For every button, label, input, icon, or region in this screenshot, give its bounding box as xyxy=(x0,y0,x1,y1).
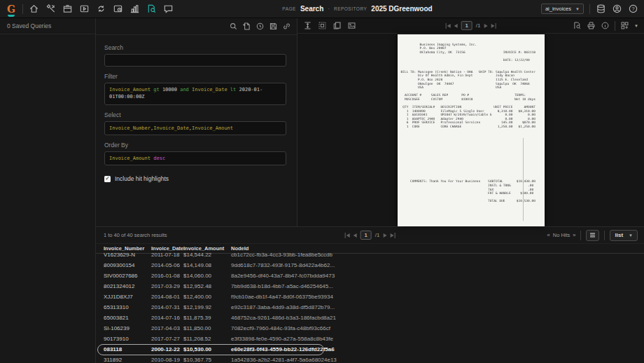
tools-icon[interactable] xyxy=(46,4,56,14)
previous-hit-icon[interactable]: « xyxy=(547,232,550,238)
table-cell: 65313310 xyxy=(104,304,151,310)
page-number-input[interactable]: 1 xyxy=(360,231,372,240)
table-row[interactable]: XJJ1D8XJ72014-08-01$12,400.00f9cb10ae-db… xyxy=(96,292,644,302)
table-row[interactable]: 80213240122017-03-29$12,952.487bb9d638-b… xyxy=(96,281,644,292)
account-icon[interactable] xyxy=(612,4,622,14)
print-icon[interactable] xyxy=(587,21,596,30)
table-row[interactable]: 650038212014-07-16$11,875.39468752ca-926… xyxy=(96,313,644,323)
divider xyxy=(615,21,615,31)
table-row[interactable]: 653133102014-07-31$12,199.92e92c3187-3ab… xyxy=(96,302,644,313)
chat-icon[interactable] xyxy=(163,4,174,14)
new-query-icon[interactable] xyxy=(242,22,251,31)
table-row-selected[interactable]: 0831182000-12-22$10,530.00e60e28f3-0f43-… xyxy=(96,344,644,355)
database-icon[interactable] xyxy=(596,4,606,14)
link-icon[interactable] xyxy=(282,22,291,31)
topbar-right: ai_invoices ▼ ? xyxy=(541,4,638,14)
archive-icon[interactable] xyxy=(62,4,73,14)
document-preview-icon[interactable] xyxy=(573,21,582,30)
table-cell: 468752ca-9261-486d-b3a3-186facbd8a21 xyxy=(231,315,644,321)
query-token: Invoice_Date xyxy=(153,125,189,131)
hit-highlights-checkbox[interactable]: ✓ xyxy=(104,176,111,182)
divider xyxy=(22,4,23,14)
select-field-label: Select xyxy=(104,111,287,118)
image-view-icon[interactable] xyxy=(347,21,356,30)
filter-input[interactable]: Invoice_Amount gt 10000 and Invoice_Date… xyxy=(104,83,286,105)
history-icon[interactable] xyxy=(255,22,265,31)
table-row[interactable]: V1623629-N2011-07-18$14,544.22cb1c72cc-f… xyxy=(96,250,644,260)
query-token: gt xyxy=(153,87,159,93)
document-viewer: 1 /1 ▼ xyxy=(298,18,644,226)
sync-icon[interactable] xyxy=(96,4,106,14)
query-token: 01T00:00:00Z xyxy=(109,94,145,100)
results-summary: 1 to 40 of 40 search results xyxy=(104,232,167,238)
table-row[interactable]: SI-1062392017-04-03$11,850.007082ecf9-79… xyxy=(96,323,644,334)
saved-queries-sidebar: 0 Saved Queries xyxy=(0,18,96,363)
fit-height-icon[interactable] xyxy=(303,21,312,30)
last-page-button[interactable] xyxy=(390,233,396,238)
search-input[interactable] xyxy=(104,54,286,67)
table-cell: $14,149.08 xyxy=(183,262,231,268)
table-cell: $14,060.00 xyxy=(183,273,231,279)
page-number-input[interactable]: 1 xyxy=(461,21,472,30)
next-page-button[interactable] xyxy=(484,24,487,28)
environment-select[interactable]: ai_invoices ▼ xyxy=(541,4,584,14)
query-form-panel: Search Filter Invoice_Amount gt 10000 an… xyxy=(96,18,298,226)
repository-label: REPOSITORY xyxy=(334,6,367,11)
reports-icon[interactable] xyxy=(130,4,140,14)
workspace: Search Filter Invoice_Amount gt 10000 an… xyxy=(96,18,644,363)
no-hits-nav[interactable]: « No Hits » xyxy=(547,232,576,238)
invoice-scan-text: Business Imaging Systems, Inc. P.O. Box … xyxy=(401,39,541,203)
table-cell: SI-106239 xyxy=(104,325,151,331)
table-row[interactable]: 901739102017-07-27$11,208.52e3f33898-fe0… xyxy=(96,334,644,344)
viewer-action-icons: ▼ xyxy=(573,21,638,31)
document-preview-page[interactable]: Business Imaging Systems, Inc. P.O. Box … xyxy=(398,34,545,226)
export-icon[interactable] xyxy=(620,21,629,30)
divider xyxy=(589,4,590,14)
first-page-button[interactable] xyxy=(445,23,451,29)
app-logo[interactable]: G xyxy=(6,4,17,14)
table-row[interactable]: 3118922010-08-19$10,367.751a542836-a2b2-… xyxy=(96,355,644,363)
query-token: 10000 xyxy=(162,87,177,93)
table-cell: 311892 xyxy=(104,357,151,363)
document-search-icon[interactable] xyxy=(146,4,157,14)
table-cell: $10,530.00 xyxy=(183,346,231,352)
previous-page-button[interactable] xyxy=(454,24,458,28)
query-token: Invoice_Amount xyxy=(192,125,233,131)
next-hit-icon[interactable]: » xyxy=(573,232,575,238)
chevron-down-icon[interactable]: ▼ xyxy=(634,24,638,28)
results-toolbar-right: « No Hits » list ▼ xyxy=(547,230,638,241)
query-token: desc xyxy=(153,156,165,161)
select-input[interactable]: Invoice_Number,Invoice_Date,Invoice_Amou… xyxy=(104,121,286,135)
search-results-panel: 1 to 40 of 40 search results 1 /1 « No H… xyxy=(96,226,644,363)
first-page-button[interactable] xyxy=(344,233,350,238)
previous-page-button[interactable] xyxy=(354,233,357,238)
actual-size-icon[interactable] xyxy=(318,21,327,30)
table-cell: 65003821 xyxy=(104,315,151,321)
query-toolbar xyxy=(96,18,297,35)
viewer-toolbar: 1 /1 ▼ xyxy=(298,18,644,34)
table-cell: 2017-03-29 xyxy=(151,283,183,289)
info-icon[interactable] xyxy=(601,21,610,30)
save-query-icon[interactable] xyxy=(269,22,278,31)
help-icon[interactable]: ? xyxy=(628,4,638,14)
table-cell: 7082ecf9-7960-484c-93fa-c48bf93c66cf xyxy=(231,325,644,331)
table-row[interactable]: 80093001542014-05-06$14,149.089dd618c7-7… xyxy=(96,260,644,270)
last-page-button[interactable] xyxy=(491,23,496,29)
search-field-label: Search xyxy=(104,44,287,51)
next-page-button[interactable] xyxy=(383,233,386,238)
home-icon[interactable] xyxy=(29,4,39,14)
thumbnails-icon[interactable] xyxy=(332,21,342,30)
no-hits-label: No Hits xyxy=(553,232,570,238)
tasks-box-icon[interactable] xyxy=(113,4,123,14)
page-title: Search xyxy=(300,5,323,13)
table-cell: $10,367.75 xyxy=(183,357,231,363)
search-icon[interactable] xyxy=(229,22,238,31)
view-mode-select[interactable]: list ▼ xyxy=(610,230,638,241)
table-cell: $14,544.22 xyxy=(183,252,231,258)
viewer-zoom-icons xyxy=(303,21,356,30)
table-row[interactable]: SIV000276862016-01-08$14,060.008a2e9456-… xyxy=(96,270,644,281)
query-and-preview-row: Search Filter Invoice_Amount gt 10000 an… xyxy=(96,18,644,226)
media-box-icon[interactable] xyxy=(79,4,90,14)
columns-menu-button[interactable] xyxy=(586,230,599,241)
orderby-input[interactable]: Invoice_Amount desc xyxy=(104,151,286,165)
